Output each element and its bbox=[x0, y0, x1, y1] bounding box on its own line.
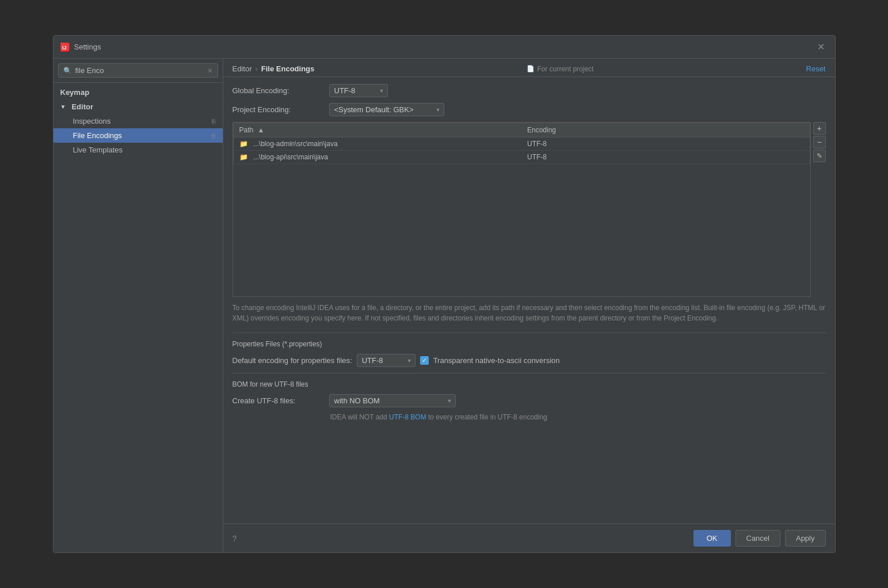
dialog-footer: ? OK Cancel Apply bbox=[223, 524, 835, 552]
breadcrumb-sep: › bbox=[255, 64, 257, 73]
project-encoding-select[interactable]: <System Default: GBK> UTF-8 bbox=[329, 103, 444, 116]
table-cell-path: 📁 ...\blog-admin\src\main\java bbox=[233, 138, 521, 151]
col-encoding: Encoding bbox=[521, 123, 810, 138]
create-utf8-wrapper: with NO BOM with BOM bbox=[329, 394, 456, 407]
breadcrumb-current: File Encodings bbox=[261, 64, 314, 73]
project-icon: 📄 bbox=[527, 65, 535, 72]
search-box: 🔍 ✕ bbox=[54, 59, 223, 83]
dialog-body: 🔍 ✕ Keymap ▼ Editor Inspections ⎘ bbox=[54, 59, 835, 552]
folder-icon: 📁 bbox=[239, 140, 248, 148]
sort-arrow: ▲ bbox=[258, 126, 265, 134]
global-encoding-row: Global Encoding: UTF-8 UTF-16 ISO-8859-1 bbox=[233, 84, 826, 97]
expand-icon: ▼ bbox=[60, 104, 66, 110]
bom-separator bbox=[233, 373, 826, 373]
for-project: 📄 For current project bbox=[527, 65, 593, 73]
add-row-button[interactable]: + bbox=[813, 122, 826, 135]
sidebar-item-file-encodings[interactable]: File Encodings ⎘ bbox=[54, 128, 223, 143]
settings-dialog: IJ Settings ✕ 🔍 ✕ Keymap ▼ bbox=[53, 35, 836, 553]
main-content: Editor › File Encodings 📄 For current pr… bbox=[223, 59, 835, 552]
properties-separator bbox=[233, 333, 826, 333]
breadcrumb: Editor › File Encodings bbox=[233, 64, 315, 73]
table-cell-path2: 📁 ...\blog-api\src\main\java bbox=[233, 151, 521, 164]
sidebar-item-editor[interactable]: ▼ Editor bbox=[54, 100, 223, 114]
project-encoding-row: Project Encoding: <System Default: GBK> … bbox=[233, 103, 826, 116]
title-bar: IJ Settings ✕ bbox=[54, 36, 835, 59]
sidebar-item-keymap[interactable]: Keymap bbox=[54, 85, 223, 100]
search-input[interactable] bbox=[75, 66, 204, 75]
sidebar: 🔍 ✕ Keymap ▼ Editor Inspections ⎘ bbox=[54, 59, 223, 552]
properties-encoding-row: Default encoding for properties files: U… bbox=[233, 354, 826, 367]
col-path: Path ▲ bbox=[233, 123, 521, 138]
project-encoding-wrapper: <System Default: GBK> UTF-8 bbox=[329, 103, 444, 116]
bom-note: IDEA will NOT add UTF-8 BOM to every cre… bbox=[330, 413, 826, 421]
close-button[interactable]: ✕ bbox=[814, 40, 828, 54]
search-wrapper: 🔍 ✕ bbox=[58, 63, 218, 78]
apply-button[interactable]: Apply bbox=[785, 530, 826, 547]
table-cell-encoding2: UTF-8 bbox=[521, 151, 810, 164]
help-icon[interactable]: ? bbox=[233, 534, 237, 543]
ok-button[interactable]: OK bbox=[693, 530, 731, 547]
dialog-title: Settings bbox=[74, 43, 101, 51]
transparent-row: ✓ Transparent native-to-ascii conversion bbox=[420, 356, 560, 365]
table-container: Path ▲ Encoding 📁 . bbox=[233, 122, 811, 297]
table-wrapper: Path ▲ Encoding 📁 . bbox=[233, 122, 826, 297]
copy-icon: ⎘ bbox=[212, 118, 216, 125]
bom-section-title: BOM for new UTF-8 files bbox=[233, 380, 826, 388]
content-body: Global Encoding: UTF-8 UTF-16 ISO-8859-1… bbox=[223, 77, 835, 524]
copy-icon2: ⎘ bbox=[212, 132, 216, 139]
table-cell-encoding: UTF-8 bbox=[521, 138, 810, 151]
breadcrumb-parent: Editor bbox=[233, 64, 252, 73]
table-side-buttons: + − ✎ bbox=[813, 122, 826, 297]
reset-button[interactable]: Reset bbox=[806, 64, 826, 73]
path-table: Path ▲ Encoding 📁 . bbox=[233, 123, 810, 164]
file-encodings-label: File Encodings bbox=[73, 131, 122, 140]
edit-row-button[interactable]: ✎ bbox=[813, 150, 826, 162]
create-utf8-label: Create UTF-8 files: bbox=[233, 396, 325, 405]
inspections-label: Inspections bbox=[73, 117, 111, 125]
search-icon: 🔍 bbox=[63, 67, 72, 75]
properties-encoding-select[interactable]: UTF-8 ISO-8859-1 bbox=[357, 354, 416, 367]
table-row: 📁 ...\blog-api\src\main\java UTF-8 bbox=[233, 151, 810, 164]
bom-section: Create UTF-8 files: with NO BOM with BOM… bbox=[233, 394, 826, 421]
create-utf8-row: Create UTF-8 files: with NO BOM with BOM bbox=[233, 394, 826, 407]
sidebar-item-inspections[interactable]: Inspections ⎘ bbox=[54, 114, 223, 128]
folder-icon2: 📁 bbox=[239, 153, 248, 161]
sidebar-item-live-templates[interactable]: Live Templates bbox=[54, 143, 223, 157]
table-empty-area bbox=[233, 170, 810, 296]
global-encoding-select[interactable]: UTF-8 UTF-16 ISO-8859-1 bbox=[329, 84, 388, 97]
remove-row-button[interactable]: − bbox=[813, 136, 826, 148]
properties-section-title: Properties Files (*.properties) bbox=[233, 340, 826, 348]
global-encoding-wrapper: UTF-8 UTF-16 ISO-8859-1 bbox=[329, 84, 388, 97]
svg-text:IJ: IJ bbox=[62, 45, 67, 51]
create-utf8-select[interactable]: with NO BOM with BOM bbox=[329, 394, 456, 407]
content-header: Editor › File Encodings 📄 For current pr… bbox=[223, 59, 835, 77]
cancel-button[interactable]: Cancel bbox=[735, 530, 780, 547]
global-encoding-label: Global Encoding: bbox=[233, 86, 325, 95]
table-row: 📁 ...\blog-admin\src\main\java UTF-8 bbox=[233, 138, 810, 151]
bom-link[interactable]: UTF-8 BOM bbox=[389, 413, 426, 421]
project-encoding-label: Project Encoding: bbox=[233, 105, 325, 114]
transparent-checkbox[interactable]: ✓ bbox=[420, 356, 429, 365]
transparent-label: Transparent native-to-ascii conversion bbox=[433, 356, 560, 365]
editor-label: Editor bbox=[71, 102, 93, 111]
clear-icon[interactable]: ✕ bbox=[207, 67, 213, 75]
live-templates-label: Live Templates bbox=[73, 146, 123, 154]
keymap-label: Keymap bbox=[60, 88, 90, 97]
properties-encoding-label: Default encoding for properties files: bbox=[233, 356, 352, 365]
properties-encoding-wrapper: UTF-8 ISO-8859-1 bbox=[357, 354, 416, 367]
sidebar-tree: Keymap ▼ Editor Inspections ⎘ File Encod… bbox=[54, 83, 223, 552]
footer-buttons: OK Cancel Apply bbox=[693, 530, 826, 547]
title-bar-left: IJ Settings bbox=[60, 43, 101, 52]
info-text: To change encoding IntelliJ IDEA uses fo… bbox=[233, 303, 826, 323]
app-icon: IJ bbox=[60, 43, 70, 52]
